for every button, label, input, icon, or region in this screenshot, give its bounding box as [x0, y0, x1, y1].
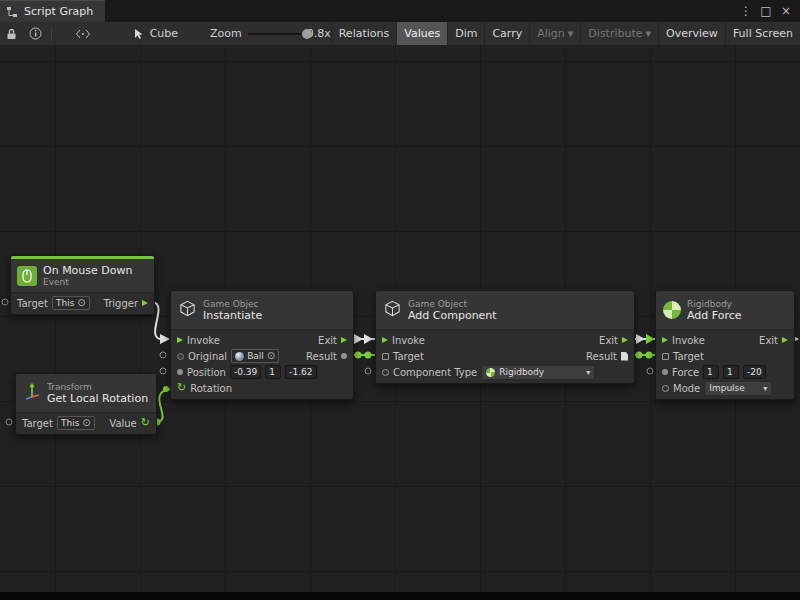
chevron-down-icon: ▾ [586, 368, 590, 377]
rotation-type-icon[interactable]: ↻ [177, 383, 186, 393]
input-port-circle[interactable] [6, 419, 12, 425]
component-type-dropdown[interactable]: Rigidbody ▾ [481, 365, 595, 380]
exit-port-label: Exit [318, 335, 337, 346]
position-z-field[interactable]: -1.62 [285, 365, 316, 379]
dim-button[interactable]: Dim [447, 22, 484, 45]
window-menu-button[interactable]: ⋮ [738, 4, 754, 18]
input-port-circle[interactable] [160, 352, 166, 358]
trigger-port-label: Trigger [104, 298, 139, 309]
target-port-label: Target [22, 418, 53, 429]
force-y-field[interactable]: 1 [723, 365, 739, 379]
wire-value-to-rotation [155, 389, 170, 422]
node-on-mouse-down[interactable]: On Mouse Down Event Target This ⊙ Trigge… [10, 255, 155, 315]
node-add-force[interactable]: Rigidbody Add Force Invoke Exit Target F… [655, 290, 795, 400]
graph-canvas[interactable]: On Mouse Down Event Target This ⊙ Trigge… [0, 45, 800, 592]
rotation-port-label: Rotation [190, 383, 232, 394]
node-get-local-rotation[interactable]: Transform Get Local Rotation Target This… [15, 373, 157, 435]
invoke-port[interactable] [662, 337, 668, 343]
object-picker-icon[interactable]: ⊙ [267, 351, 275, 361]
exec-arrow[interactable] [646, 334, 655, 344]
node-title: Instantiate [203, 309, 262, 322]
object-port-icon[interactable] [177, 353, 184, 360]
zoom-slider-handle[interactable] [302, 29, 312, 39]
value-port-label: Value [109, 418, 136, 429]
tab-script-graph[interactable]: Script Graph [0, 0, 105, 22]
input-port-circle[interactable] [2, 299, 8, 305]
original-value-chip[interactable]: Ball ⊙ [231, 349, 279, 363]
zoom-slider[interactable] [248, 29, 301, 39]
edit-source-button[interactable] [69, 22, 97, 45]
relations-button[interactable]: Relations [331, 22, 397, 45]
values-button[interactable]: Values [396, 22, 447, 45]
node-title: On Mouse Down [43, 264, 132, 277]
node-add-component[interactable]: Game Object Add Component Invoke Exit Ta… [375, 290, 635, 384]
game-object-port-icon[interactable] [662, 353, 669, 360]
force-port-label: Force [672, 367, 699, 378]
pointer-icon [133, 28, 145, 40]
lock-button[interactable] [0, 22, 23, 45]
exit-port[interactable] [622, 337, 628, 343]
component-type-label: Component Type [393, 367, 477, 378]
enum-port-icon[interactable] [662, 385, 669, 392]
data-port-dot[interactable] [355, 352, 362, 359]
fullscreen-button[interactable]: Full Screen [725, 22, 800, 45]
result-port[interactable] [341, 353, 347, 359]
info-button[interactable] [23, 22, 48, 45]
target-value-chip[interactable]: This ⊙ [52, 296, 90, 310]
invoke-port-label: Invoke [187, 335, 220, 346]
node-header: Transform Get Local Rotation [16, 374, 156, 412]
maximize-button[interactable]: □ [758, 4, 774, 18]
component-result-icon[interactable] [621, 352, 628, 361]
node-category: Rigidbody [687, 299, 742, 309]
exec-arrow[interactable] [160, 334, 170, 344]
graph-toolbar: Cube Zoom 0.8x Relations Values Dim Carr… [0, 22, 800, 46]
data-port-dot[interactable] [163, 386, 169, 392]
object-picker-icon[interactable]: ⊙ [77, 298, 85, 308]
input-port-circle[interactable] [647, 368, 653, 374]
toolbar-separator [51, 27, 52, 41]
input-port-circle[interactable] [160, 368, 166, 374]
target-value-chip[interactable]: This ⊙ [57, 416, 95, 430]
input-port-circle[interactable] [365, 368, 371, 374]
graph-target-label: Cube [150, 27, 178, 40]
data-port-dot[interactable] [365, 352, 372, 359]
target-port-label: Target [17, 298, 48, 309]
mouse-event-icon [17, 266, 37, 286]
invoke-port[interactable] [177, 337, 183, 343]
exit-port-label: Exit [599, 335, 618, 346]
exec-arrow[interactable] [364, 334, 373, 344]
object-picker-icon[interactable]: ⊙ [82, 418, 90, 428]
trigger-port[interactable] [142, 300, 148, 306]
close-button[interactable]: × [778, 4, 794, 18]
rigidbody-icon [663, 301, 681, 319]
exec-arrow[interactable] [636, 334, 645, 344]
node-instantiate[interactable]: Game Objec Instantiate Invoke Exit Origi… [170, 290, 354, 400]
node-category: Game Object [408, 299, 497, 309]
force-z-field[interactable]: -20 [743, 365, 766, 379]
vector-port-icon[interactable] [662, 369, 668, 375]
data-port-dot[interactable] [636, 352, 643, 359]
exec-arrow[interactable] [354, 334, 363, 344]
force-x-field[interactable]: 1 [703, 365, 719, 379]
game-object-port-icon[interactable] [382, 353, 389, 360]
node-subtitle: Event [43, 277, 132, 287]
type-port-icon[interactable] [382, 369, 389, 376]
graph-target-object[interactable]: Cube [127, 22, 184, 45]
vector-port-icon[interactable] [177, 369, 183, 375]
rotation-type-icon[interactable]: ↻ [141, 418, 150, 428]
exit-port[interactable] [341, 337, 347, 343]
position-x-field[interactable]: -0.39 [230, 365, 261, 379]
zoom-label: Zoom [210, 27, 242, 40]
invoke-port[interactable] [382, 337, 388, 343]
position-y-field[interactable]: 1 [265, 365, 281, 379]
node-category: Transform [47, 382, 148, 392]
info-icon [29, 27, 42, 40]
carry-button[interactable]: Carry [484, 22, 529, 45]
data-port-dot[interactable] [646, 352, 653, 359]
exit-port[interactable] [782, 337, 788, 343]
force-mode-dropdown[interactable]: Impulse ▾ [704, 381, 772, 396]
mode-port-label: Mode [673, 383, 700, 394]
node-header: On Mouse Down Event [11, 259, 154, 292]
zoom-slider-track[interactable] [248, 33, 301, 35]
overview-button[interactable]: Overview [658, 22, 725, 45]
